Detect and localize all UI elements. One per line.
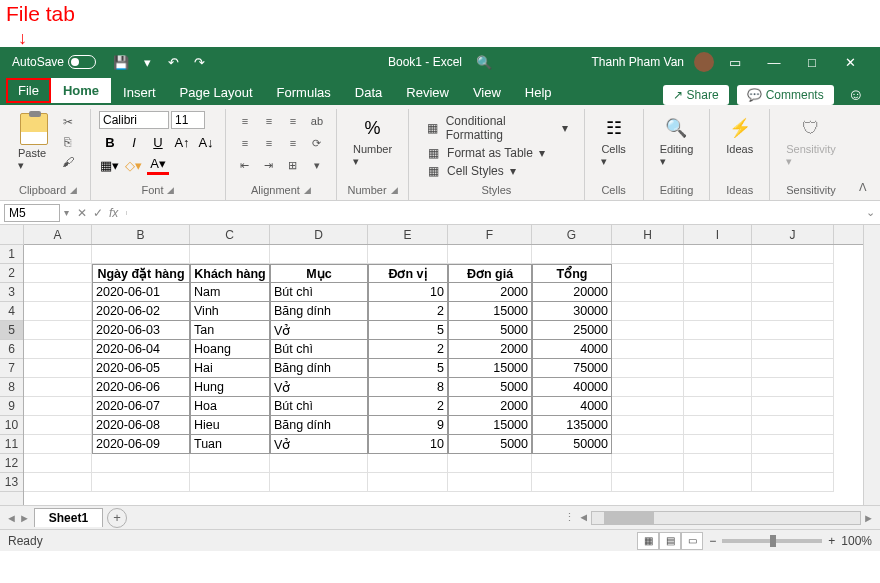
vertical-scrollbar[interactable]	[863, 225, 880, 505]
align-right-icon[interactable]: ≡	[282, 133, 304, 153]
align-middle-icon[interactable]: ≡	[258, 111, 280, 131]
number-format-button[interactable]: % Number▾	[345, 111, 400, 182]
cell-C2[interactable]: Khách hàng	[190, 264, 270, 283]
cell-A7[interactable]	[24, 359, 92, 378]
cells-area[interactable]: Ngày đặt hàngKhách hàngMụcĐơn vịĐơn giáT…	[24, 245, 863, 505]
cell-F1[interactable]	[448, 245, 532, 264]
col-header-D[interactable]: D	[270, 225, 368, 244]
increase-indent-icon[interactable]: ⇥	[258, 155, 280, 175]
cell-A12[interactable]	[24, 454, 92, 473]
normal-view-icon[interactable]: ▦	[637, 532, 659, 550]
cell-H4[interactable]	[612, 302, 684, 321]
cell-C8[interactable]: Hung	[190, 378, 270, 397]
cell-H11[interactable]	[612, 435, 684, 454]
align-center-icon[interactable]: ≡	[258, 133, 280, 153]
cell-H10[interactable]	[612, 416, 684, 435]
cell-I6[interactable]	[684, 340, 752, 359]
cell-H5[interactable]	[612, 321, 684, 340]
page-layout-view-icon[interactable]: ▤	[659, 532, 681, 550]
cell-D6[interactable]: Bút chì	[270, 340, 368, 359]
cell-G4[interactable]: 30000	[532, 302, 612, 321]
cell-J12[interactable]	[752, 454, 834, 473]
cell-B9[interactable]: 2020-06-07	[92, 397, 190, 416]
cell-E1[interactable]	[368, 245, 448, 264]
cell-E3[interactable]: 10	[368, 283, 448, 302]
cell-F3[interactable]: 2000	[448, 283, 532, 302]
col-header-A[interactable]: A	[24, 225, 92, 244]
zoom-slider[interactable]	[722, 539, 822, 543]
row-header-5[interactable]: 5	[0, 321, 23, 340]
align-bottom-icon[interactable]: ≡	[282, 111, 304, 131]
cell-B12[interactable]	[92, 454, 190, 473]
cell-E9[interactable]: 2	[368, 397, 448, 416]
sensitivity-button[interactable]: 🛡 Sensitivity▾	[778, 111, 844, 182]
cell-I13[interactable]	[684, 473, 752, 492]
add-sheet-button[interactable]: +	[107, 508, 127, 528]
fill-color-icon[interactable]: ◇▾	[123, 155, 145, 175]
paste-button[interactable]: Paste ▾	[18, 147, 50, 172]
cell-J8[interactable]	[752, 378, 834, 397]
bold-button[interactable]: B	[99, 132, 121, 152]
cell-B3[interactable]: 2020-06-01	[92, 283, 190, 302]
autosave-switch-icon[interactable]	[68, 55, 96, 69]
cell-A2[interactable]	[24, 264, 92, 283]
copy-icon[interactable]: ⎘	[58, 133, 78, 151]
cell-B11[interactable]: 2020-06-09	[92, 435, 190, 454]
cell-E2[interactable]: Đơn vị	[368, 264, 448, 283]
cell-A5[interactable]	[24, 321, 92, 340]
cell-A9[interactable]	[24, 397, 92, 416]
cell-C4[interactable]: Vinh	[190, 302, 270, 321]
align-top-icon[interactable]: ≡	[234, 111, 256, 131]
cell-J2[interactable]	[752, 264, 834, 283]
decrease-font-icon[interactable]: A↓	[195, 132, 217, 152]
conditional-formatting-button[interactable]: ▦Conditional Formatting ▾	[423, 113, 570, 143]
save-icon[interactable]: 💾	[110, 51, 132, 73]
cell-B7[interactable]: 2020-06-05	[92, 359, 190, 378]
cut-icon[interactable]: ✂	[58, 113, 78, 131]
cell-D4[interactable]: Băng dính	[270, 302, 368, 321]
tab-file[interactable]: File	[6, 78, 51, 103]
sheet-nav-next-icon[interactable]: ►	[19, 512, 30, 524]
ideas-button[interactable]: ⚡ Ideas	[718, 111, 761, 182]
cell-I8[interactable]	[684, 378, 752, 397]
cell-H8[interactable]	[612, 378, 684, 397]
cell-G8[interactable]: 40000	[532, 378, 612, 397]
cell-H2[interactable]	[612, 264, 684, 283]
minimize-button[interactable]: —	[756, 50, 792, 74]
cell-G1[interactable]	[532, 245, 612, 264]
cell-D2[interactable]: Mục	[270, 264, 368, 283]
col-header-I[interactable]: I	[684, 225, 752, 244]
page-break-view-icon[interactable]: ▭	[681, 532, 703, 550]
cell-H13[interactable]	[612, 473, 684, 492]
wrap-text-icon[interactable]: ab	[306, 111, 328, 131]
cell-F4[interactable]: 15000	[448, 302, 532, 321]
cell-G11[interactable]: 50000	[532, 435, 612, 454]
cell-D1[interactable]	[270, 245, 368, 264]
editing-button[interactable]: 🔍 Editing▾	[652, 111, 702, 182]
cell-D9[interactable]: Bút chì	[270, 397, 368, 416]
cell-E13[interactable]	[368, 473, 448, 492]
cell-C5[interactable]: Tan	[190, 321, 270, 340]
zoom-out-icon[interactable]: −	[709, 534, 716, 548]
cell-F13[interactable]	[448, 473, 532, 492]
col-header-C[interactable]: C	[190, 225, 270, 244]
row-header-8[interactable]: 8	[0, 378, 23, 397]
cell-B5[interactable]: 2020-06-03	[92, 321, 190, 340]
cell-F9[interactable]: 2000	[448, 397, 532, 416]
cell-I11[interactable]	[684, 435, 752, 454]
number-launcher-icon[interactable]: ◢	[391, 185, 398, 195]
cell-G13[interactable]	[532, 473, 612, 492]
row-header-11[interactable]: 11	[0, 435, 23, 454]
cell-I5[interactable]	[684, 321, 752, 340]
tab-review[interactable]: Review	[394, 80, 461, 105]
maximize-button[interactable]: □	[794, 50, 830, 74]
collapse-ribbon-icon[interactable]: ᐱ	[852, 109, 874, 200]
cell-J7[interactable]	[752, 359, 834, 378]
cell-C7[interactable]: Hai	[190, 359, 270, 378]
row-header-1[interactable]: 1	[0, 245, 23, 264]
cell-I9[interactable]	[684, 397, 752, 416]
col-header-H[interactable]: H	[612, 225, 684, 244]
font-size-select[interactable]	[171, 111, 205, 129]
cell-D3[interactable]: Bút chì	[270, 283, 368, 302]
cell-E12[interactable]	[368, 454, 448, 473]
